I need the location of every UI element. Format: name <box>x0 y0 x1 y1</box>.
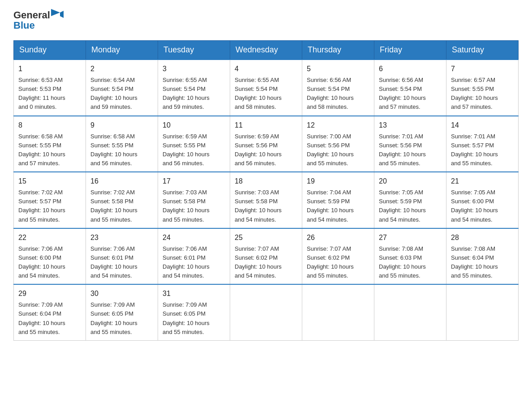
calendar-cell <box>230 284 302 340</box>
day-number: 17 <box>163 176 225 187</box>
day-number: 14 <box>451 120 514 131</box>
day-header-tuesday: Tuesday <box>158 41 230 60</box>
day-info: Sunrise: 7:03 AM Sunset: 5:58 PM Dayligh… <box>163 188 225 224</box>
day-number: 4 <box>235 64 297 74</box>
day-info: Sunrise: 6:55 AM Sunset: 5:54 PM Dayligh… <box>235 76 297 112</box>
day-number: 25 <box>235 232 297 243</box>
calendar-cell: 21 Sunrise: 7:05 AM Sunset: 6:00 PM Dayl… <box>446 172 519 228</box>
logo-flag-icon <box>51 9 64 21</box>
day-header-monday: Monday <box>86 41 158 60</box>
day-number: 13 <box>379 120 442 131</box>
day-info: Sunrise: 6:57 AM Sunset: 5:55 PM Dayligh… <box>451 76 514 112</box>
logo-general-text: General <box>13 10 50 21</box>
day-number: 15 <box>18 176 81 187</box>
calendar-cell: 12 Sunrise: 7:00 AM Sunset: 5:56 PM Dayl… <box>302 116 374 172</box>
day-number: 24 <box>163 232 225 243</box>
day-header-friday: Friday <box>374 41 446 60</box>
calendar-cell: 29 Sunrise: 7:09 AM Sunset: 6:04 PM Dayl… <box>14 284 86 340</box>
day-info: Sunrise: 7:01 AM Sunset: 5:56 PM Dayligh… <box>379 132 442 168</box>
calendar-week-row: 8 Sunrise: 6:58 AM Sunset: 5:55 PM Dayli… <box>14 116 519 172</box>
calendar-cell: 8 Sunrise: 6:58 AM Sunset: 5:55 PM Dayli… <box>14 116 86 172</box>
day-number: 22 <box>18 232 81 243</box>
calendar-cell: 11 Sunrise: 6:59 AM Sunset: 5:56 PM Dayl… <box>230 116 302 172</box>
calendar-cell: 24 Sunrise: 7:06 AM Sunset: 6:01 PM Dayl… <box>158 228 230 285</box>
day-info: Sunrise: 7:06 AM Sunset: 6:00 PM Dayligh… <box>18 244 81 281</box>
day-number: 3 <box>163 64 225 74</box>
day-info: Sunrise: 6:59 AM Sunset: 5:55 PM Dayligh… <box>163 132 225 168</box>
day-info: Sunrise: 7:09 AM Sunset: 6:04 PM Dayligh… <box>18 300 81 337</box>
day-header-sunday: Sunday <box>14 41 86 60</box>
day-number: 16 <box>90 176 153 187</box>
header: General Blue <box>13 9 519 31</box>
day-info: Sunrise: 6:56 AM Sunset: 5:54 PM Dayligh… <box>379 76 442 112</box>
day-info: Sunrise: 7:07 AM Sunset: 6:02 PM Dayligh… <box>235 244 297 281</box>
day-number: 2 <box>90 64 153 74</box>
day-info: Sunrise: 6:58 AM Sunset: 5:55 PM Dayligh… <box>18 132 81 168</box>
day-number: 31 <box>163 288 225 299</box>
calendar-cell: 26 Sunrise: 7:07 AM Sunset: 6:02 PM Dayl… <box>302 228 374 285</box>
day-header-thursday: Thursday <box>302 41 374 60</box>
day-number: 23 <box>90 232 153 243</box>
day-info: Sunrise: 7:06 AM Sunset: 6:01 PM Dayligh… <box>90 244 153 281</box>
calendar-cell <box>374 284 446 340</box>
day-number: 27 <box>379 232 442 243</box>
day-info: Sunrise: 7:02 AM Sunset: 5:58 PM Dayligh… <box>90 188 153 224</box>
svg-marker-1 <box>60 11 64 18</box>
day-number: 8 <box>18 120 81 131</box>
day-number: 10 <box>163 120 225 131</box>
calendar-cell: 20 Sunrise: 7:05 AM Sunset: 5:59 PM Dayl… <box>374 172 446 228</box>
svg-marker-0 <box>51 9 60 16</box>
day-number: 28 <box>451 232 514 243</box>
day-info: Sunrise: 6:56 AM Sunset: 5:54 PM Dayligh… <box>307 76 369 112</box>
day-info: Sunrise: 7:07 AM Sunset: 6:02 PM Dayligh… <box>307 244 369 281</box>
day-info: Sunrise: 7:01 AM Sunset: 5:57 PM Dayligh… <box>451 132 514 168</box>
day-header-saturday: Saturday <box>446 41 519 60</box>
day-info: Sunrise: 7:08 AM Sunset: 6:04 PM Dayligh… <box>451 244 514 281</box>
calendar-cell: 27 Sunrise: 7:08 AM Sunset: 6:03 PM Dayl… <box>374 228 446 285</box>
day-info: Sunrise: 6:58 AM Sunset: 5:55 PM Dayligh… <box>90 132 153 168</box>
day-number: 6 <box>379 64 442 74</box>
day-number: 5 <box>307 64 369 74</box>
logo: General Blue <box>13 9 64 31</box>
day-number: 11 <box>235 120 297 131</box>
calendar-cell: 7 Sunrise: 6:57 AM Sunset: 5:55 PM Dayli… <box>446 60 519 116</box>
calendar-cell: 13 Sunrise: 7:01 AM Sunset: 5:56 PM Dayl… <box>374 116 446 172</box>
day-number: 1 <box>18 64 81 74</box>
day-info: Sunrise: 7:03 AM Sunset: 5:58 PM Dayligh… <box>235 188 297 224</box>
day-info: Sunrise: 7:08 AM Sunset: 6:03 PM Dayligh… <box>379 244 442 281</box>
calendar-cell: 25 Sunrise: 7:07 AM Sunset: 6:02 PM Dayl… <box>230 228 302 285</box>
calendar-cell: 19 Sunrise: 7:04 AM Sunset: 5:59 PM Dayl… <box>302 172 374 228</box>
calendar-table: SundayMondayTuesdayWednesdayThursdayFrid… <box>13 40 519 341</box>
day-info: Sunrise: 6:55 AM Sunset: 5:54 PM Dayligh… <box>163 76 225 112</box>
calendar-cell: 18 Sunrise: 7:03 AM Sunset: 5:58 PM Dayl… <box>230 172 302 228</box>
calendar-cell: 9 Sunrise: 6:58 AM Sunset: 5:55 PM Dayli… <box>86 116 158 172</box>
calendar-cell: 2 Sunrise: 6:54 AM Sunset: 5:54 PM Dayli… <box>86 60 158 116</box>
day-number: 7 <box>451 64 514 74</box>
day-info: Sunrise: 7:02 AM Sunset: 5:57 PM Dayligh… <box>18 188 81 224</box>
day-info: Sunrise: 7:09 AM Sunset: 6:05 PM Dayligh… <box>90 300 153 337</box>
calendar-cell: 17 Sunrise: 7:03 AM Sunset: 5:58 PM Dayl… <box>158 172 230 228</box>
calendar-week-row: 22 Sunrise: 7:06 AM Sunset: 6:00 PM Dayl… <box>14 228 519 285</box>
calendar-cell: 4 Sunrise: 6:55 AM Sunset: 5:54 PM Dayli… <box>230 60 302 116</box>
day-info: Sunrise: 7:00 AM Sunset: 5:56 PM Dayligh… <box>307 132 369 168</box>
day-number: 20 <box>379 176 442 187</box>
day-info: Sunrise: 7:05 AM Sunset: 5:59 PM Dayligh… <box>379 188 442 224</box>
day-number: 30 <box>90 288 153 299</box>
calendar-cell <box>446 284 519 340</box>
day-info: Sunrise: 7:04 AM Sunset: 5:59 PM Dayligh… <box>307 188 369 224</box>
calendar-cell: 28 Sunrise: 7:08 AM Sunset: 6:04 PM Dayl… <box>446 228 519 285</box>
day-info: Sunrise: 7:05 AM Sunset: 6:00 PM Dayligh… <box>451 188 514 224</box>
day-header-wednesday: Wednesday <box>230 41 302 60</box>
day-info: Sunrise: 6:59 AM Sunset: 5:56 PM Dayligh… <box>235 132 297 168</box>
day-number: 29 <box>18 288 81 299</box>
day-info: Sunrise: 7:06 AM Sunset: 6:01 PM Dayligh… <box>163 244 225 281</box>
calendar-cell: 10 Sunrise: 6:59 AM Sunset: 5:55 PM Dayl… <box>158 116 230 172</box>
day-number: 9 <box>90 120 153 131</box>
calendar-cell: 31 Sunrise: 7:09 AM Sunset: 6:05 PM Dayl… <box>158 284 230 340</box>
calendar-cell: 1 Sunrise: 6:53 AM Sunset: 5:53 PM Dayli… <box>14 60 86 116</box>
day-number: 19 <box>307 176 369 187</box>
day-number: 12 <box>307 120 369 131</box>
calendar-cell: 14 Sunrise: 7:01 AM Sunset: 5:57 PM Dayl… <box>446 116 519 172</box>
calendar-week-row: 29 Sunrise: 7:09 AM Sunset: 6:04 PM Dayl… <box>14 284 519 340</box>
calendar-week-row: 15 Sunrise: 7:02 AM Sunset: 5:57 PM Dayl… <box>14 172 519 228</box>
